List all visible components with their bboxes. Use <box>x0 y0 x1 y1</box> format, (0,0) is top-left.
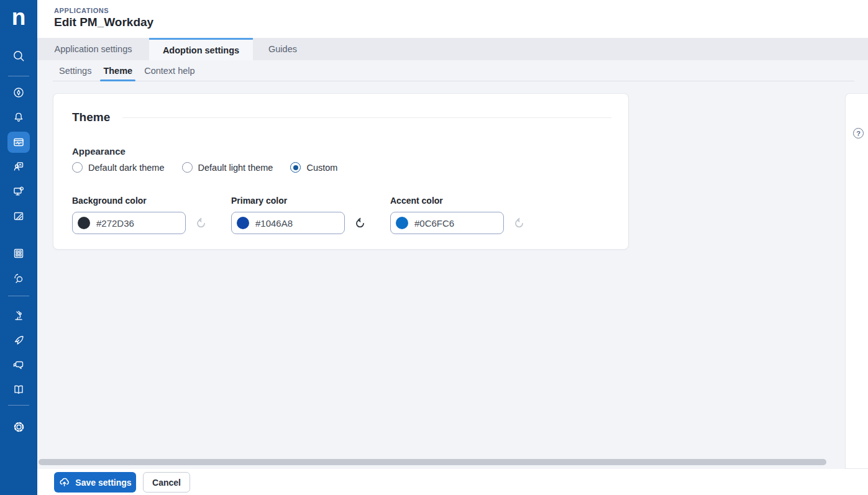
active-subtab-underline <box>100 79 135 81</box>
gear-icon[interactable] <box>0 416 37 437</box>
side-preview-panel: ? <box>845 93 868 469</box>
tab-adoption-settings[interactable]: Adoption settings <box>149 38 253 60</box>
sidebar-divider <box>8 405 29 406</box>
primary-color-swatch[interactable] <box>237 217 249 229</box>
primary-color-reset-icon[interactable] <box>354 217 366 229</box>
cloud-upload-icon <box>58 476 70 488</box>
background-color-label: Background color <box>72 196 231 206</box>
discover-icon[interactable] <box>0 268 37 289</box>
primary-color-field: Primary color <box>231 196 390 234</box>
radio-circle <box>72 162 83 173</box>
sidebar-nav: n <box>0 0 37 495</box>
subtab-settings[interactable]: Settings <box>58 60 92 81</box>
color-fields-row: Background color Primary color <box>72 196 549 234</box>
radio-default-light-theme[interactable]: Default light theme <box>182 162 273 173</box>
help-icon[interactable]: ? <box>853 128 864 139</box>
accent-color-swatch[interactable] <box>396 217 408 229</box>
accent-color-field: Accent color <box>390 196 549 234</box>
note-edit-icon[interactable] <box>0 206 37 227</box>
subtab-context-help[interactable]: Context help <box>144 60 195 81</box>
subtab-theme[interactable]: Theme <box>103 60 133 81</box>
accent-color-label: Accent color <box>390 196 549 206</box>
monitor-cube-icon[interactable] <box>0 181 37 202</box>
horizontal-scrollbar[interactable] <box>39 459 826 465</box>
appearance-radio-group: Default dark theme Default light theme C… <box>72 162 337 173</box>
primary-color-input[interactable] <box>255 218 336 229</box>
tab-application-settings[interactable]: Application settings <box>37 38 149 60</box>
footer-bar: Save settings Cancel <box>37 469 868 495</box>
breadcrumb: APPLICATIONS <box>54 7 109 14</box>
background-color-swatch[interactable] <box>78 217 90 229</box>
cancel-button[interactable]: Cancel <box>143 472 190 493</box>
theme-card: Theme Appearance Default dark theme Defa… <box>53 93 629 250</box>
appearance-label: Appearance <box>72 146 126 157</box>
radio-custom[interactable]: Custom <box>290 162 337 173</box>
accent-color-input[interactable] <box>414 218 495 229</box>
main-content: APPLICATIONS Edit PM_Workday Application… <box>37 0 868 495</box>
title-rule <box>122 117 611 118</box>
page-header: APPLICATIONS Edit PM_Workday <box>37 0 868 38</box>
background-color-input-box <box>72 212 186 234</box>
rocket-icon[interactable] <box>0 330 37 351</box>
page-title: Edit PM_Workday <box>54 16 153 29</box>
background-color-field: Background color <box>72 196 231 234</box>
primary-color-label: Primary color <box>231 196 390 206</box>
book-icon[interactable] <box>0 379 37 400</box>
compass-icon[interactable] <box>0 82 37 103</box>
app-logo[interactable]: n <box>0 2 37 32</box>
subtab-bar: Settings Theme Context help <box>37 60 868 81</box>
background-color-input[interactable] <box>96 218 177 229</box>
card-title: Theme <box>72 111 110 124</box>
primary-color-input-box <box>231 212 345 234</box>
save-settings-button[interactable]: Save settings <box>54 472 136 493</box>
radio-circle <box>290 162 301 173</box>
tab-guides[interactable]: Guides <box>253 38 313 60</box>
bell-icon[interactable] <box>0 107 37 128</box>
tab-bar: Application settings Adoption settings G… <box>37 38 868 60</box>
accent-color-reset-icon[interactable] <box>513 217 525 229</box>
radio-circle <box>182 162 193 173</box>
audience-icon[interactable] <box>0 156 37 177</box>
search-icon[interactable] <box>0 45 37 66</box>
radio-default-dark-theme[interactable]: Default dark theme <box>72 162 165 173</box>
sidebar-divider <box>8 296 29 296</box>
app-analytics-icon <box>12 136 25 148</box>
dashboard-grid-icon[interactable] <box>0 243 37 264</box>
accent-color-input-box <box>390 212 504 234</box>
sidebar-divider <box>8 76 29 76</box>
sidebar-item-applications[interactable] <box>7 132 30 153</box>
microscope-icon[interactable] <box>0 305 37 326</box>
background-color-reset-icon[interactable] <box>194 217 207 229</box>
chat-icon[interactable] <box>0 355 37 376</box>
